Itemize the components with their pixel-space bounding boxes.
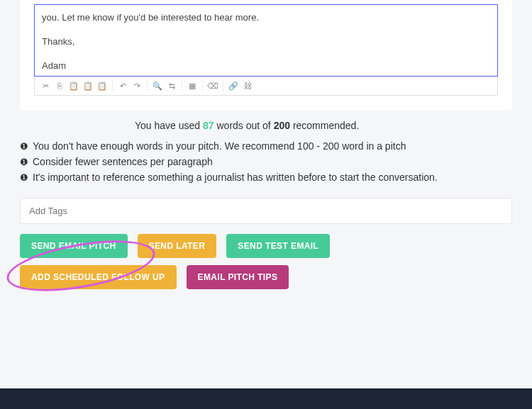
tag-input-wrap [20, 198, 512, 224]
info-icon: ❶ [20, 170, 28, 186]
editor-line: Thanks, [42, 35, 490, 49]
tip-text: Consider fewer sentences per paragraph [33, 154, 213, 169]
paste-word-icon[interactable]: 📋 [96, 79, 109, 92]
spacer [0, 318, 532, 388]
editor-toolbar: ✂ ⎘ 📋 📋 📋 ↶ ↷ 🔍 ⇆ ▦ ⌫ 🔗 ⛓ [34, 77, 498, 96]
email-pitch-tips-button[interactable]: Email Pitch Tips [187, 265, 289, 289]
action-buttons: Send Email Pitch Send Later Send Test Em… [20, 234, 512, 289]
tip-item: ❶ Consider fewer sentences per paragraph [20, 154, 512, 169]
paste-plain-icon[interactable]: 📋 [82, 79, 94, 92]
separator [112, 80, 113, 91]
copy-icon[interactable]: ⎘ [53, 79, 66, 92]
paste-icon[interactable]: 📋 [67, 79, 80, 92]
wc-max: 200 [274, 120, 290, 131]
removefmt-icon[interactable]: ⌫ [206, 79, 219, 92]
send-later-button[interactable]: Send Later [138, 234, 217, 258]
tip-item: ❶ It's important to reference something … [20, 169, 512, 185]
editor-line: you. Let me know if you'd be interested … [42, 11, 490, 25]
redo-icon[interactable]: ↷ [131, 79, 143, 92]
editor-card: you. Let me know if you'd be interested … [20, 0, 512, 110]
wc-suffix: recommended. [290, 120, 359, 131]
footer: JustReachOut Learn How It Works JustReac… [0, 388, 532, 409]
pitch-textarea[interactable]: you. Let me know if you'd be interested … [34, 4, 498, 77]
separator [147, 80, 148, 91]
wc-prefix: You have used [135, 120, 203, 131]
editor-line: Adam [42, 59, 490, 73]
tip-item: ❶ You don't have enough words in your pi… [20, 138, 512, 154]
separator [223, 80, 223, 91]
wc-mid: words out of [214, 120, 274, 131]
unlink-icon[interactable]: ⛓ [241, 79, 254, 92]
selectall-icon[interactable]: ▦ [186, 79, 199, 92]
pitch-tips-list: ❶ You don't have enough words in your pi… [20, 138, 512, 185]
add-scheduled-follow-up-button[interactable]: Add Scheduled Follow Up [20, 265, 177, 289]
send-email-pitch-button[interactable]: Send Email Pitch [20, 234, 128, 258]
tip-text: You don't have enough words in your pitc… [33, 138, 406, 154]
separator [182, 80, 182, 91]
send-test-email-button[interactable]: Send Test Email [226, 234, 330, 258]
info-icon: ❶ [20, 155, 28, 170]
word-count-line: You have used 87 words out of 200 recomm… [135, 120, 532, 131]
tip-text: It's important to reference something a … [33, 169, 438, 185]
add-tags-input[interactable] [20, 198, 512, 224]
replace-icon[interactable]: ⇆ [165, 79, 178, 92]
wc-used: 87 [203, 120, 214, 131]
cut-icon[interactable]: ✂ [39, 79, 52, 92]
separator [202, 80, 203, 91]
info-icon: ❶ [20, 139, 28, 155]
find-icon[interactable]: 🔍 [151, 79, 164, 92]
undo-icon[interactable]: ↶ [116, 79, 129, 92]
link-icon[interactable]: 🔗 [227, 79, 240, 92]
